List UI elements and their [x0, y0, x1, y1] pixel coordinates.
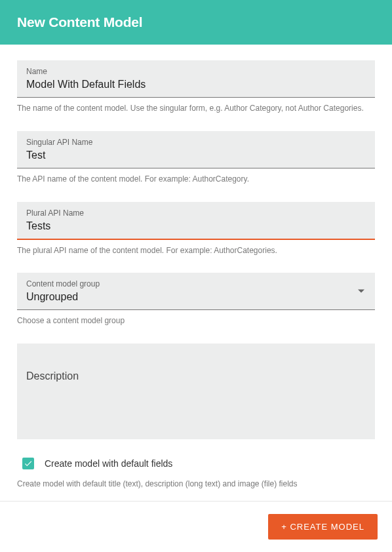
group-value: Ungrouped	[26, 290, 366, 304]
group-label: Content model group	[26, 279, 366, 288]
plural-input[interactable]	[26, 219, 366, 233]
description-label: Description	[26, 370, 79, 382]
chevron-down-icon	[358, 290, 364, 293]
default-fields-label: Create model with default fields	[45, 458, 172, 469]
dialog-content: Name The name of the content model. Use …	[0, 45, 392, 490]
dialog-title: New Content Model	[17, 14, 375, 30]
name-input[interactable]	[26, 77, 366, 92]
singular-field-group: Singular API Name The API name of the co…	[17, 131, 375, 185]
name-input-container[interactable]: Name	[17, 60, 375, 98]
description-textarea[interactable]: Description	[17, 344, 375, 439]
name-help-text: The name of the content model. Use the s…	[17, 103, 375, 114]
singular-help-text: The API name of the content model. For e…	[17, 174, 375, 185]
create-model-button[interactable]: + CREATE MODEL	[268, 514, 378, 540]
description-field-group: Description	[17, 344, 375, 439]
group-help-text: Choose a content model group	[17, 315, 375, 326]
plural-label: Plural API Name	[26, 208, 366, 218]
singular-input-container[interactable]: Singular API Name	[17, 131, 375, 168]
group-select[interactable]: Content model group Ungrouped	[17, 273, 375, 310]
plural-field-group: Plural API Name The plural API name of t…	[17, 202, 375, 256]
dialog-header: New Content Model	[0, 0, 392, 45]
default-fields-help: Create model with default title (text), …	[17, 479, 375, 490]
dialog-footer: + CREATE MODEL	[0, 501, 392, 552]
singular-label: Singular API Name	[26, 138, 366, 147]
check-icon	[24, 459, 33, 468]
plural-input-container[interactable]: Plural API Name	[17, 202, 375, 240]
singular-input[interactable]	[26, 148, 366, 163]
name-field-group: Name The name of the content model. Use …	[17, 60, 375, 114]
default-fields-checkbox[interactable]	[22, 458, 34, 469]
group-field-group: Content model group Ungrouped Choose a c…	[17, 273, 375, 326]
plural-help-text: The plural API name of the content model…	[17, 245, 375, 256]
name-label: Name	[26, 67, 366, 76]
default-fields-row: Create model with default fields	[17, 458, 375, 469]
